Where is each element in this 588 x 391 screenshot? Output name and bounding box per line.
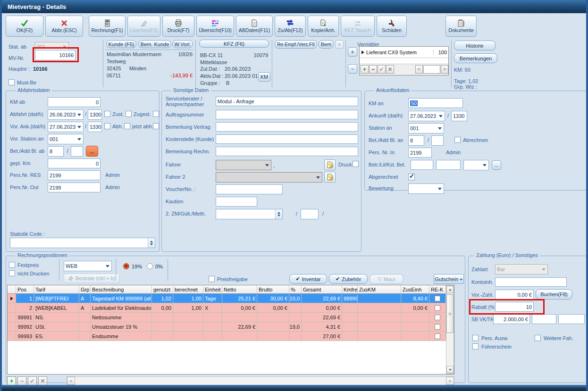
- station-an-select[interactable]: 001: [408, 123, 444, 133]
- column-header[interactable]: RE-K: [429, 285, 446, 294]
- jetzt-abh-checkbox[interactable]: [153, 123, 159, 129]
- betr-select[interactable]: [463, 160, 489, 170]
- abdaten-button[interactable]: ABDaten(F11): [236, 16, 273, 37]
- betr-more-button[interactable]: ...: [492, 160, 501, 170]
- must-be-checkbox[interactable]: [8, 79, 15, 85]
- fahrer-select[interactable]: [216, 160, 271, 170]
- fahrer2-select[interactable]: [216, 172, 322, 183]
- vermittler-remove-button[interactable]: −: [348, 64, 357, 74]
- scroll-left-button[interactable]: <: [67, 377, 75, 385]
- vorank-date-select[interactable]: 27.06.2023: [48, 122, 84, 132]
- bet-more-button[interactable]: ...: [86, 146, 98, 157]
- scroll-down-button[interactable]: [446, 366, 454, 374]
- column-header[interactable]: ZusKM: [358, 285, 401, 294]
- kfz-button[interactable]: KFZ (F6): [199, 40, 269, 48]
- km-an-input[interactable]: 50: [408, 98, 463, 108]
- column-header[interactable]: Tarif: [34, 285, 79, 294]
- rek-checkbox[interactable]: [435, 296, 440, 301]
- kopie-button[interactable]: Kopie/Anh.: [308, 16, 339, 37]
- nav-next-button[interactable]: >: [441, 65, 448, 74]
- fahrer2-edit-button[interactable]: [324, 172, 336, 183]
- vorank-checkbox[interactable]: [104, 123, 110, 129]
- nav-cancel-button[interactable]: ✕: [386, 65, 394, 74]
- festpreis-checkbox[interactable]: [9, 262, 15, 268]
- scroll-up-button[interactable]: [446, 286, 454, 293]
- zm-value-input[interactable]: [301, 209, 319, 219]
- bemerkung-vertrag-input[interactable]: [216, 122, 358, 132]
- sb-tk-input[interactable]: [532, 314, 556, 324]
- druck-checkbox[interactable]: [353, 161, 359, 167]
- rek-checkbox[interactable]: [435, 305, 440, 311]
- table-hscrollbar[interactable]: < >: [67, 376, 454, 385]
- add-bl-ab-input[interactable]: [71, 146, 83, 157]
- column-header[interactable]: ZusEinh: [401, 285, 429, 294]
- bem-kunde-button[interactable]: Bem. Kunde: [138, 40, 171, 48]
- zubehoer-button[interactable]: ✔ Zubehör: [329, 274, 368, 284]
- kunde-button[interactable]: Kunde (F5): [106, 40, 136, 48]
- spinner-icon[interactable]: [148, 238, 155, 248]
- abrechnen-checkbox[interactable]: [454, 137, 461, 143]
- mv-nr-input[interactable]: 10166: [35, 50, 76, 60]
- zahlart-select[interactable]: Bar: [495, 264, 548, 275]
- druck-button[interactable]: Druck(F7): [162, 16, 194, 37]
- ok-button[interactable]: OK(F2): [6, 16, 43, 37]
- sb-extra-input[interactable]: [558, 314, 585, 324]
- column-header[interactable]: Brutto: [257, 285, 289, 294]
- statistik-select[interactable]: [10, 238, 155, 248]
- vor-station-select[interactable]: 001: [48, 134, 84, 144]
- gutschein-button[interactable]: Gutschein +: [434, 274, 464, 284]
- dokumente-button[interactable]: Dokumente: [445, 16, 477, 37]
- nav-prev-button[interactable]: <: [415, 65, 423, 74]
- bet-an-input[interactable]: 8: [408, 135, 424, 146]
- column-header[interactable]: Grp: [79, 285, 91, 294]
- fahrer-edit-button[interactable]: [324, 159, 336, 170]
- betr-input1[interactable]: [411, 160, 433, 170]
- re-empf-button[interactable]: Re-Empf./Vers.F9: [275, 40, 317, 49]
- add-bl-an-input[interactable]: [431, 135, 444, 146]
- column-header[interactable]: %: [289, 285, 302, 294]
- nav-index-input[interactable]: [423, 65, 440, 74]
- spinner-icon[interactable]: [275, 209, 282, 219]
- uebersicht-button[interactable]: Übersicht(F10): [196, 16, 234, 37]
- kostenstelle-input[interactable]: [216, 134, 358, 144]
- ankunft-time-input[interactable]: 1330: [451, 111, 467, 121]
- bewertung-select[interactable]: [408, 183, 444, 194]
- vorank-time-input[interactable]: 1330: [88, 122, 102, 132]
- auftragsnummer-input[interactable]: [216, 110, 358, 119]
- weitere-fah-checkbox[interactable]: [535, 335, 541, 341]
- nav-delete-button[interactable]: −: [369, 65, 377, 74]
- bem-button[interactable]: Bem: [319, 40, 334, 49]
- voucher-input[interactable]: [216, 184, 283, 194]
- inventar-button[interactable]: ✔ Inventar: [289, 274, 327, 284]
- km-button[interactable]: KM: [258, 72, 270, 82]
- rek-checkbox[interactable]: [435, 315, 440, 320]
- column-header[interactable]: Netto: [222, 285, 257, 294]
- scroll-thumb[interactable]: ≡: [446, 294, 454, 333]
- zm-select[interactable]: [216, 209, 283, 219]
- abgerechnet-checkbox[interactable]: [408, 174, 415, 180]
- scroll-right-button[interactable]: >: [446, 377, 454, 385]
- historie-button[interactable]: Historie: [454, 41, 496, 50]
- abfahrt-checkbox[interactable]: [104, 111, 110, 117]
- nav-post-button[interactable]: ✓: [378, 65, 386, 74]
- wvorl-button[interactable]: W.Vorl.: [172, 40, 193, 48]
- vat0-radio[interactable]: [147, 263, 153, 269]
- kaution-input[interactable]: [216, 197, 257, 207]
- buchen-button[interactable]: Buchen(F8): [536, 289, 572, 299]
- table-row[interactable]: 2[WEB]KABELALadekabel für Elektroauto0,0…: [8, 303, 446, 313]
- row-delete-button[interactable]: −: [17, 376, 26, 385]
- gepl-km-input[interactable]: 0: [48, 158, 101, 168]
- table-row[interactable]: 99993ES.Endsumme27,00 €: [8, 332, 446, 341]
- rechnung-button[interactable]: Rechnung(F1): [89, 16, 126, 37]
- zuab-button[interactable]: Zu/Ab(F12): [275, 16, 306, 37]
- row-cancel-button[interactable]: ✕: [38, 376, 47, 385]
- vat19-radio[interactable]: [123, 263, 129, 269]
- abfahrt-date-select[interactable]: 26.06.2023: [48, 109, 84, 120]
- fuehrerschein-checkbox[interactable]: [472, 343, 479, 349]
- km-ab-input[interactable]: 0: [48, 97, 101, 107]
- zugest-checkbox[interactable]: [153, 111, 159, 117]
- column-header[interactable]: Kmfrei: [342, 285, 358, 294]
- column-header[interactable]: berechnet: [173, 285, 203, 294]
- rek-checkbox[interactable]: [435, 333, 440, 339]
- column-header[interactable]: genutzt: [152, 285, 173, 294]
